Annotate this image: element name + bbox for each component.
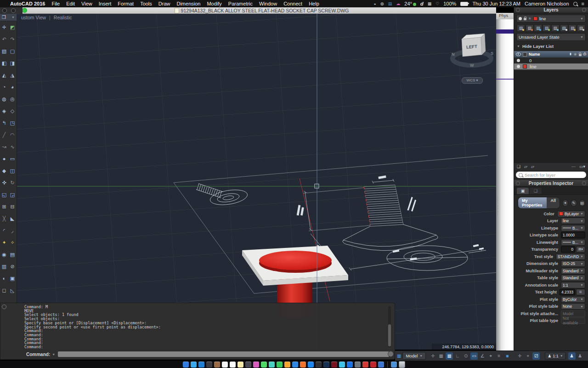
tool-icon-38[interactable]: ✧: [8, 236, 17, 248]
text-height-input[interactable]: 4.2333: [560, 289, 575, 295]
tool-icon-13[interactable]: ◍: [0, 93, 8, 105]
status-icon-1[interactable]: ◒: [373, 1, 376, 6]
dock-app-keynote[interactable]: [292, 362, 298, 368]
dock-app-firefox[interactable]: [300, 362, 306, 368]
tool-icon-8[interactable]: ◨: [8, 57, 17, 69]
compass-west[interactable]: W: [470, 63, 474, 68]
statusbar-zoom-toggle[interactable]: ⌖: [524, 352, 531, 360]
command-input[interactable]: [58, 351, 389, 357]
wcs-menu[interactable]: WCS ▾: [462, 77, 483, 84]
dock-app-calendar[interactable]: [222, 362, 228, 368]
inspector-titlebar[interactable]: Properties Inspector: [514, 180, 588, 187]
menu-tools[interactable]: Tools: [140, 1, 152, 6]
tool-icon-15[interactable]: ◈: [0, 105, 8, 117]
current-layer-dropdown[interactable]: ✳ line ▼: [516, 15, 586, 23]
freeze-column-icon[interactable]: ✳: [574, 52, 577, 57]
inspector-close-button[interactable]: [516, 181, 520, 185]
statusbar-angle-toggle[interactable]: ∠: [479, 352, 486, 360]
layer-tool-icon-8[interactable]: ▤: [577, 24, 585, 32]
menu-user[interactable]: Cameron Nicholson: [525, 1, 569, 6]
dock-app-mail[interactable]: [198, 362, 204, 368]
statusbar-annotation-scale-sync-toggle[interactable]: ♟: [568, 352, 576, 360]
tool-icon-10[interactable]: ◮: [8, 69, 17, 81]
property-dropdown[interactable]: ISO-25▼: [561, 260, 585, 267]
new-group-icon[interactable]: ▱: [524, 164, 527, 169]
tab-object-properties[interactable]: ▣: [517, 188, 529, 194]
layer-tool-icon-6[interactable]: ▤: [560, 24, 568, 32]
tool-icon-6[interactable]: ▢: [8, 45, 17, 57]
layer-row-line[interactable]: line: [514, 63, 588, 69]
dock-app-finder[interactable]: [183, 362, 189, 368]
tool-icon-24[interactable]: ▭: [8, 153, 17, 165]
tool-icon-31[interactable]: ⊞: [0, 201, 8, 213]
tool-icon-29[interactable]: ◱: [0, 189, 8, 201]
property-dropdown[interactable]: ByLayer▼: [557, 211, 585, 217]
tool-icon-1[interactable]: ✛: [0, 21, 8, 33]
dock-app-media-wheel[interactable]: [253, 362, 259, 368]
document-title-bar[interactable]: 91294A132_BLACK ALLOY STEEL FLAT-HEAD SO…: [20, 7, 496, 14]
layer-state-dropdown[interactable]: Unsaved Layer State ▼: [516, 33, 586, 41]
property-dropdown[interactable]: line▼: [561, 218, 585, 224]
segment-all[interactable]: All: [547, 197, 560, 208]
statusbar-polar-tracking-toggle[interactable]: ⊙: [462, 352, 469, 360]
tool-palette-title[interactable]: ❒ ▼: [0, 14, 17, 21]
sort-icon[interactable]: ⇕: [569, 52, 572, 56]
viewport-controls[interactable]: ustom View|Realistic: [21, 15, 72, 20]
delete-group-icon[interactable]: ▱: [531, 164, 534, 169]
tool-icon-17[interactable]: ↰: [0, 117, 8, 129]
status-icon-2[interactable]: ◍: [380, 1, 384, 6]
menu-file[interactable]: File: [51, 1, 60, 6]
compass-north[interactable]: N: [452, 52, 455, 57]
palette-collapse-button[interactable]: [11, 8, 16, 13]
command-scrollbar[interactable]: [388, 306, 391, 347]
tool-icon-16[interactable]: ◇: [8, 105, 17, 117]
tool-icon-9[interactable]: ◭: [0, 69, 8, 81]
model-space-icon[interactable]: ▦: [397, 352, 401, 360]
compass-south[interactable]: S: [491, 51, 493, 56]
cloud-icon[interactable]: ☁: [396, 1, 400, 6]
printer-icon[interactable]: ⎙: [583, 52, 586, 57]
tool-icon-42[interactable]: ⊘: [8, 260, 17, 272]
name-column-header[interactable]: Name: [529, 52, 540, 57]
command-panel-close-button[interactable]: [2, 305, 6, 309]
property-input[interactable]: 1.0000: [561, 232, 585, 238]
tool-icon-3[interactable]: ↶: [0, 33, 8, 45]
tool-icon-34[interactable]: ◣: [8, 213, 17, 224]
layer-status-dot[interactable]: [517, 65, 520, 68]
statusbar-orbit-toggle[interactable]: ⚂: [532, 352, 540, 360]
dock-app-sketch[interactable]: [339, 362, 345, 368]
status-icon-3[interactable]: ▤: [388, 1, 392, 6]
tool-icon-14[interactable]: ◎: [8, 93, 17, 105]
dock-app-maps[interactable]: [269, 362, 275, 368]
scrollbar-thumb[interactable]: [388, 324, 391, 346]
isolate-layer-icon[interactable]: ❏: [517, 164, 520, 169]
dock-app-facetime[interactable]: [277, 362, 283, 368]
tool-icon-32[interactable]: ⊟: [8, 201, 17, 213]
viewport-view-label[interactable]: ustom View: [21, 15, 46, 20]
chevron-down-icon[interactable]: ▼: [11, 16, 15, 19]
layer-tool-icon-5[interactable]: ▤: [551, 24, 560, 32]
tool-icon-44[interactable]: ▣: [8, 272, 17, 284]
window-close-button[interactable]: [22, 8, 27, 13]
tool-icon-25[interactable]: ◆: [0, 165, 8, 177]
menu-clock[interactable]: Thu 30 Jun 12:23 AM: [472, 1, 520, 6]
statusbar-snap-toggle[interactable]: ✛: [429, 352, 436, 360]
dock-app-safari[interactable]: [191, 362, 197, 368]
layer-search-field[interactable]: Search for layer: [516, 172, 586, 178]
tool-icon-5[interactable]: ▧: [0, 45, 8, 57]
segment-my-properties[interactable]: My Properties: [518, 197, 547, 208]
tool-icon-33[interactable]: ╳: [0, 213, 8, 224]
statusbar-lineweight-display-toggle[interactable]: ≡: [495, 352, 503, 360]
tool-icon-35[interactable]: ◜: [0, 224, 8, 236]
dock-app-numbers[interactable]: [284, 362, 290, 368]
property-dropdown[interactable]: None▼: [561, 303, 585, 310]
menu-modify[interactable]: Modify: [207, 1, 221, 6]
tool-icon-30[interactable]: ◲: [8, 189, 17, 201]
dock-folder[interactable]: [391, 362, 397, 368]
statusbar-object-snap-toggle[interactable]: ⌖: [487, 352, 494, 360]
layer-list-header[interactable]: Name ⇕ ✳ ⎙: [514, 51, 588, 58]
transparency-input[interactable]: 0: [561, 246, 575, 253]
property-dropdown[interactable]: Standard▼: [561, 268, 585, 274]
tool-icon-21[interactable]: ↝: [0, 141, 8, 153]
dock-app-reminders[interactable]: [230, 362, 236, 368]
